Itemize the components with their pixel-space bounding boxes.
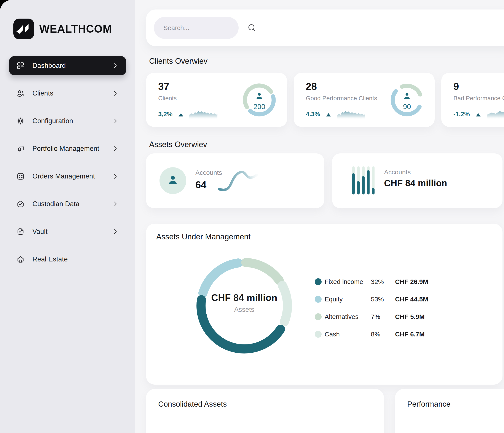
bottom-cards: Consolidated Assets Performance <box>146 389 504 433</box>
sidebar-item-dashboard[interactable]: Dashboard <box>9 56 126 75</box>
trend-squiggle-chart <box>217 168 259 193</box>
sidebar-item-configuration[interactable]: Configuration <box>9 112 126 131</box>
accounts-count-card[interactable]: Accounts 64 <box>146 153 324 208</box>
stat-value: 37 <box>158 80 169 92</box>
brand-logo: WEALTHCOM <box>13 18 135 39</box>
chevron-right-icon <box>114 118 117 124</box>
trend-up-icon <box>326 113 331 116</box>
legend-amount: CHF 26.9M <box>395 278 492 285</box>
legend-percent: 53% <box>371 296 395 303</box>
sidebar-item-clients[interactable]: Clients <box>9 84 126 103</box>
chevron-right-icon <box>114 146 117 151</box>
legend-percent: 7% <box>371 313 395 320</box>
sidebar-item-label: Vault <box>32 228 47 236</box>
legend-dot-equity <box>315 296 322 303</box>
ring-value: 200 <box>241 103 278 111</box>
clients-people-icon <box>17 89 25 97</box>
sidebar-item-label: Portfolio Management <box>32 145 99 152</box>
legend-dot-alternatives <box>315 313 322 320</box>
stat-value: 9 <box>453 80 459 92</box>
chevron-right-icon <box>114 91 117 96</box>
sidebar-item-label: Custodian Data <box>32 200 80 208</box>
sidebar-nav: Dashboard Clients Configuration <box>0 56 135 269</box>
main-content: Clients Overwiev 37 Clients 3,2% <box>146 0 504 433</box>
person-icon <box>402 91 412 101</box>
performance-title: Performance <box>407 400 450 408</box>
sidebar-item-real-estate[interactable]: Real Estate <box>9 250 126 269</box>
wealthcom-dashboard: WEALTHCOM Dashboard Clients <box>0 0 504 433</box>
custodian-trend-icon <box>17 200 25 208</box>
aum-total: CHF 84 million <box>195 292 294 303</box>
consolidated-assets-title: Consolidated Assets <box>158 400 227 408</box>
stat-label: Bad Performance Clients <box>453 95 504 102</box>
portfolio-coins-icon <box>17 145 25 153</box>
clients-ring-gauge: 200 <box>241 82 278 118</box>
chevron-right-icon <box>114 174 117 179</box>
aum-total-label: Assets <box>195 306 294 314</box>
clients-overview-cards: 37 Clients 3,2% <box>146 73 504 127</box>
donut-center: CHF 84 million Assets <box>195 292 294 314</box>
stat-change: 4.3% <box>306 111 320 118</box>
clients-stat-card[interactable]: 37 Clients 3,2% <box>146 73 287 127</box>
clients-overview-title: Clients Overwiev <box>149 57 207 66</box>
legend-dot-cash <box>315 331 322 338</box>
good-performance-stat-card[interactable]: 28 Good Performance Clients 4.3% <box>294 73 435 127</box>
home-icon <box>17 255 25 263</box>
legend-row: Cash 8% CHF 6.7M <box>315 325 492 343</box>
gear-icon <box>17 117 25 125</box>
chevron-right-icon <box>114 229 117 234</box>
sidebar-item-custodian-data[interactable]: Custodian Data <box>9 194 126 213</box>
top-bar <box>146 9 504 46</box>
stat-label: Good Performance Clients <box>306 95 377 102</box>
sidebar-item-label: Clients <box>32 89 53 97</box>
legend-percent: 8% <box>371 331 395 338</box>
consolidated-assets-card[interactable]: Consolidated Assets <box>146 389 384 433</box>
aum-legend: Fixed income 32% CHF 26.9M Equity 53% CH… <box>315 273 492 343</box>
performance-card[interactable]: Performance <box>395 389 504 433</box>
legend-amount: CHF 5.9M <box>395 313 492 320</box>
search-field[interactable] <box>154 17 239 39</box>
sparkline-chart <box>337 107 365 120</box>
accounts-value: 64 <box>195 179 207 191</box>
ring-value: 90 <box>389 103 425 111</box>
search-input[interactable] <box>163 24 247 32</box>
legend-label: Cash <box>325 331 371 338</box>
clients-ring-gauge: 90 <box>389 82 425 118</box>
sidebar-item-label: Orders Management <box>32 172 95 180</box>
assets-overview-title: Assets Overwiev <box>149 140 207 149</box>
legend-label: Fixed income <box>325 278 371 285</box>
legend-row: Fixed income 32% CHF 26.9M <box>315 273 492 290</box>
legend-amount: CHF 6.7M <box>395 331 492 338</box>
sidebar-item-vault[interactable]: Vault <box>9 222 126 241</box>
stat-value: 28 <box>306 80 317 92</box>
sidebar-item-portfolio-management[interactable]: Portfolio Management <box>9 139 126 158</box>
accounts-total-value: CHF 84 million <box>384 178 447 188</box>
sparkline-chart <box>189 107 217 120</box>
accounts-label: Accounts <box>384 168 411 176</box>
sidebar-item-label: Configuration <box>32 117 73 125</box>
legend-row: Alternatives 7% CHF 5.9M <box>315 308 492 325</box>
accounts-total-card[interactable]: Accounts CHF 84 million <box>332 153 503 208</box>
legend-label: Equity <box>325 296 371 303</box>
legend-amount: CHF 44.5M <box>395 296 492 303</box>
bad-performance-stat-card[interactable]: 9 Bad Performance Clients -1.2% <box>441 73 504 127</box>
search-icon[interactable] <box>247 23 257 33</box>
assets-overview-cards: Accounts 64 <box>146 153 503 208</box>
stat-label: Clients <box>158 95 177 102</box>
sidebar-item-orders-management[interactable]: Orders Management <box>9 167 126 186</box>
stat-change: 3,2% <box>158 111 172 118</box>
chevron-right-icon <box>114 63 117 68</box>
orders-checklist-icon <box>17 172 25 180</box>
legend-row: Equity 53% CHF 44.5M <box>315 290 492 308</box>
aum-card: Assets Under Management CHF 84 million A… <box>146 224 503 385</box>
legend-percent: 32% <box>371 278 395 285</box>
sidebar: WEALTHCOM Dashboard Clients <box>0 0 135 433</box>
stat-change: -1.2% <box>453 111 470 118</box>
vault-document-icon <box>17 228 25 236</box>
brand-name: WEALTHCOM <box>39 23 112 35</box>
sidebar-item-label: Dashboard <box>32 62 66 70</box>
person-icon <box>255 91 264 101</box>
sidebar-item-label: Real Estate <box>32 255 68 263</box>
dashboard-grid-icon <box>17 62 25 70</box>
legend-label: Alternatives <box>325 313 371 320</box>
